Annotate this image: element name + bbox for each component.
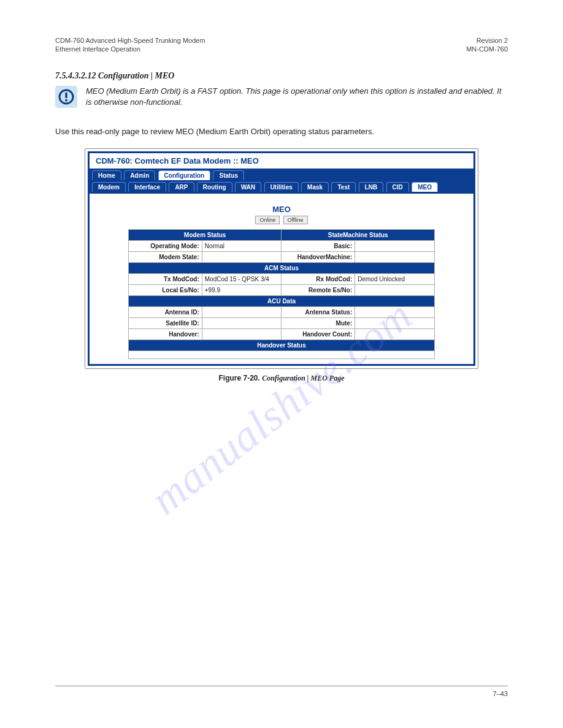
hdr-acu-data: ACU Data — [129, 295, 435, 306]
page: CDM-760 Advanced High-Speed Trunking Mod… — [0, 0, 563, 728]
tab-home[interactable]: Home — [92, 170, 121, 180]
hdr-statemachine-status: StateMachine Status — [282, 229, 435, 240]
table-row: Handover: Handover Count: — [129, 328, 435, 339]
table-row: Tx ModCod: ModCod 15 - QPSK 3/4 Rx ModCo… — [129, 273, 435, 284]
tab-wan[interactable]: WAN — [235, 182, 261, 192]
lbl-tx-modcod: Tx ModCod: — [129, 273, 202, 284]
tab-cid[interactable]: CID — [386, 182, 409, 192]
tab-routing[interactable]: Routing — [197, 182, 232, 192]
lbl-operating-mode: Operating Mode: — [129, 240, 202, 251]
figure-caption: Figure 7-20. Configuration | MEO Page — [55, 374, 508, 383]
important-icon — [55, 86, 77, 108]
tab-row-main: Home Admin Configuration Status — [90, 169, 473, 180]
note-text: MEO (Medium Earth Orbit) is a FAST optio… — [86, 86, 508, 107]
window-title: CDM-760: Comtech EF Data Modem :: MEO — [90, 153, 473, 169]
tab-configuration[interactable]: Configuration — [158, 170, 211, 180]
caption-prefix: Figure 7-20. — [218, 374, 262, 382]
tab-modem[interactable]: Modem — [92, 182, 126, 192]
note-block: MEO (Medium Earth Orbit) is a FAST optio… — [55, 86, 508, 108]
val-satellite-id — [202, 317, 282, 328]
val-remote-esno — [355, 284, 435, 295]
val-tx-modcod: ModCod 15 - QPSK 3/4 — [202, 273, 282, 284]
val-handover — [202, 328, 282, 339]
running-subheader: Ethernet Interface Operation MN-CDM-760 — [55, 45, 508, 53]
val-local-esno: +99.9 — [202, 284, 282, 295]
table-row — [129, 351, 435, 358]
lbl-antenna-status: Antenna Status: — [282, 306, 355, 317]
caption-body: Configuration | MEO Page — [262, 374, 344, 382]
val-mute — [355, 317, 435, 328]
status-table: Modem Status StateMachine Status Operati… — [128, 229, 435, 359]
tab-utilities[interactable]: Utilities — [264, 182, 299, 192]
val-antenna-id — [202, 306, 282, 317]
hdr-acm-status: ACM Status — [129, 262, 435, 273]
val-basic — [355, 240, 435, 251]
lbl-modem-state: Modem State: — [129, 251, 202, 262]
val-handover-count — [355, 328, 435, 339]
running-header: CDM-760 Advanced High-Speed Trunking Mod… — [55, 37, 508, 44]
lbl-rx-modcod: Rx ModCod: — [282, 273, 355, 284]
table-row: Local Es/No: +99.9 Remote Es/No: — [129, 284, 435, 295]
tab-lnb[interactable]: LNB — [359, 182, 384, 192]
lbl-remote-esno: Remote Es/No: — [282, 284, 355, 295]
lbl-mute: Mute: — [282, 317, 355, 328]
tab-test[interactable]: Test — [331, 182, 356, 192]
subheader-left: Ethernet Interface Operation — [55, 45, 140, 53]
lbl-basic: Basic: — [282, 240, 355, 251]
tab-mask[interactable]: Mask — [301, 182, 329, 192]
val-operating-mode: Normal — [202, 240, 282, 251]
status-buttons: Online Offline — [90, 215, 473, 224]
subheader-right: MN-CDM-760 — [466, 45, 508, 53]
tab-interface[interactable]: Interface — [128, 182, 166, 192]
svg-rect-1 — [65, 93, 67, 98]
tab-admin[interactable]: Admin — [124, 170, 155, 180]
lbl-satellite-id: Satellite ID: — [129, 317, 202, 328]
lbl-local-esno: Local Es/No: — [129, 284, 202, 295]
hdr-modem-status: Modem Status — [129, 229, 282, 240]
val-rx-modcod: Demod Unlocked — [355, 273, 435, 284]
online-button[interactable]: Online — [255, 216, 280, 224]
running-footer: 7–43 — [55, 686, 508, 697]
lbl-handover-count: Handover Count: — [282, 328, 355, 339]
header-right: Revision 2 — [477, 37, 508, 44]
screenshot-frame: CDM-760: Comtech EF Data Modem :: MEO Ho… — [85, 148, 478, 369]
section-heading: 7.5.4.3.2.12 Configuration | MEO — [55, 71, 508, 81]
header-left: CDM-760 Advanced High-Speed Trunking Mod… — [55, 37, 205, 44]
tab-arp[interactable]: ARP — [169, 182, 194, 192]
svg-rect-2 — [65, 99, 67, 101]
body-paragraph: Use this read-only page to review MEO (M… — [55, 126, 508, 137]
page-title: MEO — [90, 205, 473, 214]
table-row: Satellite ID: Mute: — [129, 317, 435, 328]
lbl-handover-machine: HandoverMachine: — [282, 251, 355, 262]
lbl-antenna-id: Antenna ID: — [129, 306, 202, 317]
hdr-handover-status: Handover Status — [129, 339, 435, 351]
val-antenna-status — [355, 306, 435, 317]
tab-row-sub: Modem Interface ARP Routing WAN Utilitie… — [90, 180, 473, 194]
offline-button[interactable]: Offline — [283, 216, 308, 224]
table-row: Antenna ID: Antenna Status: — [129, 306, 435, 317]
table-row: Operating Mode: Normal Basic: — [129, 240, 435, 251]
tab-meo[interactable]: MEO — [412, 182, 438, 192]
lbl-handover: Handover: — [129, 328, 202, 339]
val-handover-machine — [355, 251, 435, 262]
tab-status[interactable]: Status — [213, 170, 244, 180]
val-modem-state — [202, 251, 282, 262]
table-row: Modem State: HandoverMachine: — [129, 251, 435, 262]
footer-right: 7–43 — [493, 690, 508, 697]
